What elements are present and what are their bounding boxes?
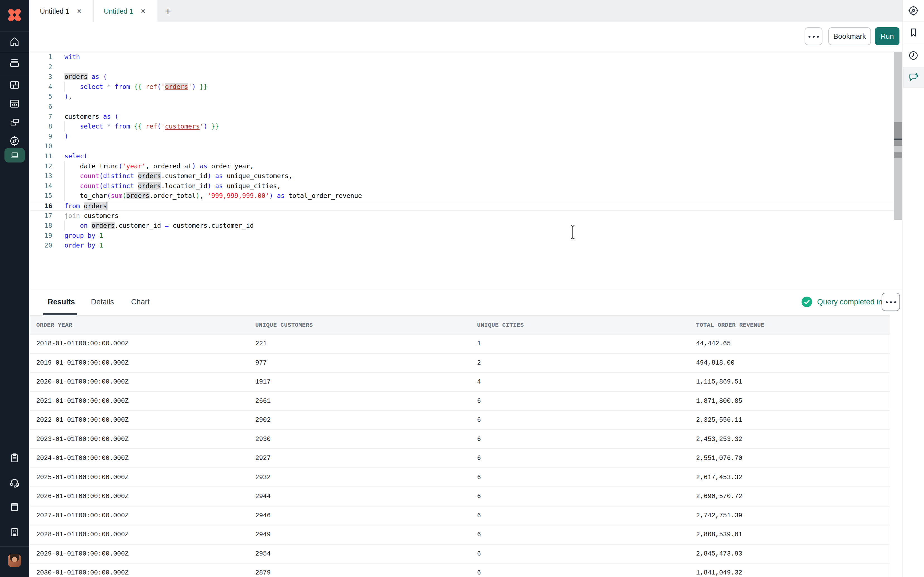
column-header[interactable]: UNIQUE_CITIES (477, 316, 524, 335)
code-line[interactable]: 7customers as ( (29, 111, 894, 121)
column-header[interactable]: UNIQUE_CUSTOMERS (255, 316, 313, 335)
line-number: 14 (29, 181, 52, 191)
more-options-dots-icon (885, 299, 897, 305)
table-row[interactable]: 2028-01-01T00:00:00.000Z294962,808,539.0… (29, 525, 890, 545)
table-cell: 2932 (255, 468, 271, 487)
table-cell: 6 (477, 449, 481, 467)
table-row[interactable]: 2021-01-01T00:00:00.000Z266161,871,800.8… (29, 392, 890, 411)
table-row[interactable]: 2022-01-01T00:00:00.000Z290262,325,556.1… (29, 411, 890, 430)
line-number: 15 (29, 191, 52, 201)
ai-chat-sparkles-icon[interactable] (908, 72, 919, 83)
code-line[interactable]: 10 (29, 141, 894, 151)
results-more-options-button[interactable] (882, 293, 900, 311)
code-line[interactable]: 17join customers (29, 211, 894, 221)
table-row[interactable]: 2027-01-01T00:00:00.000Z294662,742,751.3… (29, 506, 890, 526)
line-number: 9 (29, 131, 52, 141)
history-clock-icon[interactable] (908, 50, 919, 61)
table-row[interactable]: 2023-01-01T00:00:00.000Z293062,453,253.3… (29, 430, 890, 449)
table-row[interactable]: 2029-01-01T00:00:00.000Z295462,845,473.9… (29, 545, 890, 564)
line-number: 7 (29, 111, 52, 121)
table-cell: 494,818.00 (696, 354, 735, 372)
code-line[interactable]: 14 count(distinct orders.location_id) as… (29, 181, 894, 191)
results-table: ORDER_YEAR UNIQUE_CUSTOMERS UNIQUE_CITIE… (29, 315, 890, 577)
code-text: ), (65, 93, 72, 100)
close-icon[interactable]: ✕ (141, 8, 146, 15)
column-header[interactable]: ORDER_YEAR (36, 316, 72, 335)
code-window-icon[interactable] (9, 98, 20, 109)
code-line[interactable]: 18 on orders.customer_id = customers.cus… (29, 221, 894, 230)
projects-tray-icon[interactable] (9, 57, 20, 69)
code-line[interactable]: 11select (29, 151, 894, 161)
code-text: orders as ( (65, 73, 107, 80)
tab-untitled-2[interactable]: Untitled 1 ✕ (94, 0, 157, 22)
tab-label: Untitled 1 (40, 7, 69, 15)
close-icon[interactable]: ✕ (77, 8, 82, 15)
docs-book-icon[interactable] (9, 501, 20, 513)
line-number: 4 (29, 82, 52, 92)
table-row[interactable]: 2025-01-01T00:00:00.000Z293262,617,453.3… (29, 468, 890, 488)
compute-laptop-icon (9, 150, 20, 161)
run-button[interactable]: Run (875, 27, 900, 45)
line-number: 6 (29, 102, 52, 111)
column-header[interactable]: TOTAL_ORDER_REVENUE (696, 316, 764, 335)
bookmark-icon[interactable] (908, 27, 919, 38)
table-row[interactable]: 2018-01-01T00:00:00.000Z221144,442.65 (29, 335, 890, 354)
sidebar-item-compute-active[interactable] (5, 148, 25, 163)
tab-details[interactable]: Details (91, 288, 114, 316)
table-cell: 1,115,869.51 (696, 373, 742, 391)
table-row[interactable]: 2030-01-01T00:00:00.000Z287961,841,049.3… (29, 564, 890, 577)
support-headset-icon[interactable] (9, 477, 20, 488)
code-line[interactable]: 8 select * from {{ ref('customers') }} (29, 121, 894, 131)
scrollbar-thumb[interactable] (894, 122, 902, 146)
code-line[interactable]: 6 (29, 102, 894, 111)
tab-chart[interactable]: Chart (131, 288, 150, 316)
table-cell: 2,453,253.32 (696, 430, 742, 448)
divider (0, 74, 29, 74)
table-row[interactable]: 2026-01-01T00:00:00.000Z294462,690,570.7… (29, 487, 890, 506)
apps-grid-icon[interactable] (9, 79, 20, 90)
right-sidebar (903, 0, 924, 577)
table-cell: 2018-01-01T00:00:00.000Z (36, 335, 129, 353)
cell-toolbar: Bookmark Run (29, 22, 903, 52)
more-options-button[interactable] (804, 27, 822, 45)
table-cell: 1917 (255, 373, 271, 391)
code-line[interactable]: 19group by 1 (29, 230, 894, 240)
explore-compass-icon[interactable] (9, 135, 20, 147)
windows-icon[interactable] (9, 117, 20, 128)
table-row[interactable]: 2020-01-01T00:00:00.000Z191741,115,869.5… (29, 373, 890, 392)
user-avatar[interactable] (8, 554, 21, 567)
code-line[interactable]: 1with (29, 52, 894, 62)
tab-untitled-1[interactable]: Untitled 1 ✕ (30, 0, 94, 22)
code-line[interactable]: 13 count(distinct orders.customer_id) as… (29, 171, 894, 181)
table-row[interactable]: 2024-01-01T00:00:00.000Z292762,551,076.7… (29, 449, 890, 468)
table-header-row: ORDER_YEAR UNIQUE_CUSTOMERS UNIQUE_CITIE… (29, 315, 890, 335)
code-line[interactable]: 2 (29, 62, 894, 72)
code-line[interactable]: 3orders as ( (29, 72, 894, 82)
hex-logo-icon[interactable] (5, 6, 24, 24)
table-cell: 2027-01-01T00:00:00.000Z (36, 506, 129, 525)
clipboard-icon[interactable] (9, 452, 20, 464)
code-line[interactable]: 12 date_trunc('year', ordered_at) as ord… (29, 161, 894, 171)
table-cell: 6 (477, 487, 481, 506)
code-line[interactable]: 16from orders (29, 201, 894, 211)
code-line[interactable]: 15 to_char(sum(orders.order_total), '999… (29, 191, 894, 201)
line-number: 13 (29, 171, 52, 181)
table-row[interactable]: 2019-01-01T00:00:00.000Z9772494,818.00 (29, 354, 890, 373)
table-cell: 2,551,076.70 (696, 449, 742, 467)
code-line[interactable]: 20order by 1 (29, 240, 894, 250)
code-line[interactable]: 5), (29, 92, 894, 102)
bookmark-button[interactable]: Bookmark (828, 27, 871, 45)
sql-editor[interactable]: 1with23orders as (4 select * from {{ ref… (29, 52, 903, 288)
tab-results[interactable]: Results (48, 288, 75, 316)
code-text: select (65, 153, 87, 160)
code-line[interactable]: 4 select * from {{ ref('orders') }} (29, 82, 894, 92)
code-text: ) (65, 133, 68, 140)
code-line[interactable]: 9) (29, 131, 894, 141)
org-building-icon[interactable] (9, 527, 20, 538)
editor-scrollbar[interactable] (894, 52, 902, 220)
compass-icon[interactable] (908, 5, 919, 16)
line-number: 10 (29, 141, 52, 151)
new-tab-button[interactable]: + (158, 0, 178, 22)
home-icon[interactable] (9, 36, 20, 47)
line-number: 5 (29, 92, 52, 102)
